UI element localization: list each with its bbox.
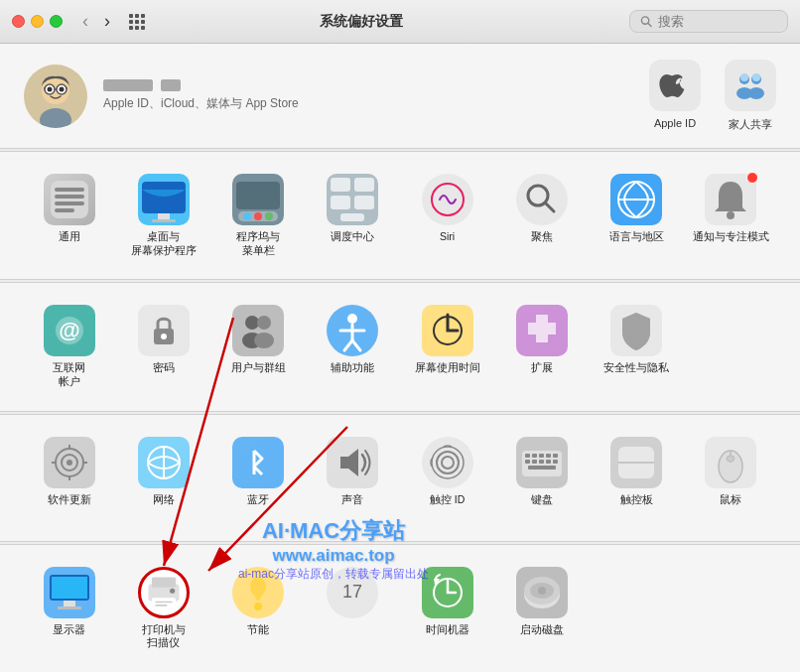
users-item[interactable]: 用户与群组 bbox=[213, 299, 304, 394]
avatar[interactable] bbox=[24, 65, 87, 128]
printer-item[interactable]: 打印机与扫描仪 bbox=[118, 561, 208, 656]
svg-rect-98 bbox=[553, 454, 558, 458]
titlebar: ‹ › 系统偏好设置 bbox=[0, 0, 800, 44]
svg-rect-121 bbox=[155, 605, 167, 606]
internet-item[interactable]: @ 互联网帐户 bbox=[24, 299, 114, 394]
svg-rect-102 bbox=[546, 460, 551, 464]
notify-label: 通知与专注模式 bbox=[693, 230, 769, 256]
energy-item[interactable]: 节能 bbox=[213, 561, 304, 656]
timemachine-label: 时间机器 bbox=[426, 623, 469, 649]
family-share-shortcut[interactable]: 家人共享 bbox=[725, 60, 776, 132]
dock-label: 程序坞与菜单栏 bbox=[236, 230, 280, 257]
search-box[interactable] bbox=[629, 10, 788, 33]
siri-icon bbox=[422, 174, 473, 225]
profile-name bbox=[103, 79, 299, 91]
name-bar2 bbox=[161, 79, 181, 91]
mouse-item[interactable]: 鼠标 bbox=[686, 431, 776, 525]
name-bar1 bbox=[103, 79, 153, 91]
password-item[interactable]: 密码 bbox=[118, 299, 208, 394]
extensions-label: 扩展 bbox=[531, 361, 553, 387]
apple-logo-icon bbox=[659, 69, 691, 101]
keyboard-label: 键盘 bbox=[531, 493, 553, 519]
access-item[interactable]: 辅助功能 bbox=[308, 299, 398, 394]
bluetooth-item[interactable]: 蓝牙 bbox=[213, 431, 304, 525]
printer-label: 打印机与扫描仪 bbox=[142, 623, 186, 650]
startup-item[interactable]: 启动磁盘 bbox=[496, 561, 587, 656]
minimize-button[interactable] bbox=[31, 15, 44, 28]
siri-item[interactable]: Siri bbox=[402, 168, 492, 263]
keyboard-item[interactable]: 键盘 bbox=[496, 431, 587, 525]
svg-rect-94 bbox=[525, 454, 530, 458]
maximize-button[interactable] bbox=[50, 15, 63, 28]
apple-id-shortcut[interactable]: Apple ID bbox=[649, 60, 701, 132]
svg-rect-116 bbox=[58, 606, 81, 609]
apple-id-icon bbox=[649, 60, 701, 111]
svg-point-26 bbox=[752, 73, 760, 81]
profile-section: Apple ID、iCloud、媒体与 App Store Apple ID bbox=[0, 44, 800, 149]
svg-rect-64 bbox=[232, 305, 284, 356]
svg-line-10 bbox=[648, 24, 651, 27]
network-item[interactable]: 网络 bbox=[118, 431, 208, 525]
desktop-item[interactable]: 桌面与屏幕保护程序 bbox=[118, 168, 208, 263]
extensions-item[interactable]: 扩展 bbox=[496, 299, 587, 394]
notify-item[interactable]: 通知与专注模式 bbox=[686, 168, 776, 263]
sound-item[interactable]: 声音 bbox=[308, 431, 398, 525]
lang-item[interactable]: 语言与地区 bbox=[592, 168, 682, 263]
svg-point-15 bbox=[48, 86, 53, 91]
energy-label: 节能 bbox=[247, 623, 269, 649]
back-button[interactable]: ‹ bbox=[78, 9, 92, 34]
svg-point-24 bbox=[748, 87, 764, 99]
security-item[interactable]: 安全性与隐私 bbox=[592, 299, 682, 394]
svg-rect-104 bbox=[528, 466, 556, 470]
svg-rect-27 bbox=[51, 181, 88, 218]
printer-icon bbox=[138, 567, 190, 618]
display-item[interactable]: 显示器 bbox=[24, 561, 114, 656]
svg-rect-31 bbox=[55, 208, 74, 212]
timemachine-item[interactable]: 时间机器 bbox=[402, 561, 492, 656]
access-label: 辅助功能 bbox=[331, 361, 374, 387]
sound-icon bbox=[327, 437, 378, 488]
traffic-lights bbox=[12, 15, 63, 28]
spotlight-item[interactable]: 聚焦 bbox=[496, 168, 587, 263]
screen-time-icon bbox=[422, 305, 473, 356]
software-item[interactable]: 软件更新 bbox=[24, 431, 114, 525]
password-icon bbox=[138, 305, 190, 356]
svg-rect-120 bbox=[155, 601, 172, 603]
svg-rect-103 bbox=[553, 460, 558, 464]
svg-point-40 bbox=[254, 212, 262, 220]
touch-icon bbox=[422, 437, 473, 488]
screen-time-item[interactable]: 屏幕使用时间 bbox=[402, 299, 492, 394]
mission-item[interactable]: 调度中心 bbox=[308, 168, 398, 263]
svg-point-134 bbox=[538, 587, 546, 595]
search-input[interactable] bbox=[658, 14, 777, 29]
spotlight-icon bbox=[516, 174, 568, 225]
family-share-label: 家人共享 bbox=[729, 117, 772, 132]
touch-item[interactable]: 触控 ID bbox=[402, 431, 492, 525]
svg-rect-97 bbox=[546, 454, 551, 458]
svg-point-66 bbox=[257, 316, 271, 330]
software-label: 软件更新 bbox=[48, 493, 91, 519]
software-icon bbox=[44, 437, 95, 488]
svg-rect-99 bbox=[525, 460, 530, 464]
svg-rect-96 bbox=[539, 454, 544, 458]
close-button[interactable] bbox=[12, 15, 25, 28]
profile-right: Apple ID 家人共享 bbox=[649, 60, 776, 132]
touch-label: 触控 ID bbox=[430, 493, 465, 519]
svg-point-78 bbox=[67, 460, 72, 466]
trackpad-item[interactable]: 触控板 bbox=[592, 431, 682, 525]
bluetooth-icon bbox=[232, 437, 284, 488]
mission-label: 调度中心 bbox=[331, 230, 374, 256]
dock-icon bbox=[232, 174, 284, 225]
section-2: @ 互联网帐户 bbox=[0, 282, 800, 411]
lang-icon bbox=[610, 174, 662, 225]
dock-item[interactable]: 程序坞与菜单栏 bbox=[213, 168, 304, 263]
security-icon bbox=[610, 305, 662, 356]
mission-icon bbox=[327, 174, 378, 225]
section-3: 软件更新 网络 bbox=[0, 414, 800, 542]
siri2-item[interactable]: 17 bbox=[308, 561, 398, 656]
svg-rect-28 bbox=[55, 188, 84, 192]
svg-rect-100 bbox=[532, 460, 537, 464]
svg-rect-119 bbox=[152, 598, 176, 607]
general-item[interactable]: 通用 bbox=[24, 168, 114, 263]
security-label: 安全性与隐私 bbox=[603, 361, 669, 387]
